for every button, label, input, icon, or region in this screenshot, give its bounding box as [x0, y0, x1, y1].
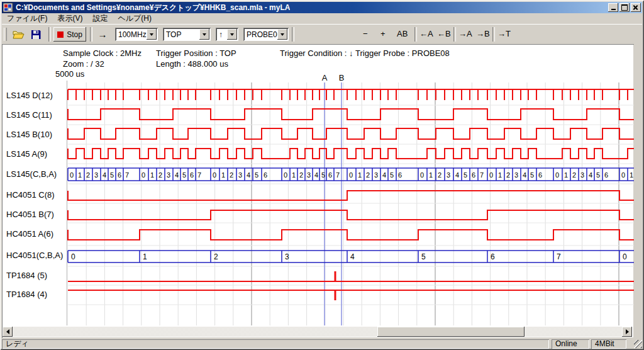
trigger-edge-value: ↑ [219, 30, 223, 39]
status-message: レディ [2, 339, 549, 349]
goto-trigger-button[interactable]: →T [497, 29, 511, 38]
app-icon [3, 3, 13, 13]
trigger-probe-info: Trigger Probe : PROBE08 [355, 48, 450, 58]
save-file-button[interactable] [28, 27, 43, 42]
waveform-panel [2, 44, 634, 338]
mylа-logic-analyzer-window: { "window": { "title": "C:¥Documents and… [0, 0, 644, 350]
menubar: ファイル(F) 表示(V) 設定 ヘルプ(H) [2, 13, 642, 24]
set-marker-b-button[interactable]: →B [476, 29, 490, 38]
arrow-right-icon [626, 329, 629, 334]
chevron-down-icon [280, 33, 284, 36]
toolbar-separator [48, 27, 51, 42]
close-button[interactable] [631, 3, 641, 12]
trigger-position-value: TOP [166, 30, 181, 39]
sample-rate-value: 100MHz [118, 30, 147, 39]
trigger-position-info: Trigger Position : TOP [156, 48, 236, 58]
titlebar[interactable]: C:¥Documents and Settings¥noname¥デスクトップ¥… [2, 2, 642, 13]
chevron-down-icon [150, 33, 153, 36]
ab-range-button[interactable]: AB [397, 29, 408, 38]
set-marker-a-button[interactable]: →A [458, 29, 472, 38]
minimize-icon [611, 9, 616, 10]
toolbar: Stop → 100MHz TOP ↑ PROBE00 − + AB ←A ←B… [2, 24, 642, 45]
trigger-position-dropdown-button[interactable] [199, 29, 209, 40]
trigger-position-combo[interactable]: TOP [163, 28, 211, 41]
window-title: C:¥Documents and Settings¥noname¥デスクトップ¥… [16, 3, 290, 13]
scroll-left-button[interactable] [3, 327, 13, 337]
toolbar-grip[interactable] [4, 28, 7, 41]
floppy-disk-icon [31, 30, 41, 40]
stop-icon [57, 31, 64, 38]
chevron-down-icon [230, 33, 234, 36]
run-button[interactable]: → [94, 27, 111, 42]
toolbar-separator [292, 27, 294, 42]
minimize-button[interactable] [608, 3, 618, 12]
sample-rate-combo[interactable]: 100MHz [115, 28, 158, 41]
open-folder-icon [13, 30, 25, 39]
run-arrow-icon: → [98, 29, 108, 40]
length-info: Length : 488.000 us [156, 59, 228, 69]
toolbar-separator [414, 27, 417, 42]
chevron-down-icon [203, 33, 206, 36]
trigger-condition-info: Trigger Condition : ↓ [280, 48, 353, 58]
maximize-icon [621, 4, 628, 11]
resize-grip[interactable] [634, 340, 642, 348]
stop-label: Stop [67, 30, 82, 39]
stop-button[interactable]: Stop [53, 27, 86, 42]
toolbar-separator [492, 27, 495, 42]
status-online: Online [552, 339, 589, 349]
scroll-right-button[interactable] [622, 327, 632, 337]
scrollbar-track[interactable] [13, 327, 622, 337]
menu-view[interactable]: 表示(V) [52, 13, 87, 25]
goto-marker-b-button[interactable]: ←B [437, 29, 451, 38]
menu-settings[interactable]: 設定 [87, 13, 113, 25]
open-file-button[interactable] [11, 27, 26, 42]
maximize-button[interactable] [619, 3, 630, 12]
statusbar: レディ Online 4MBit [2, 339, 642, 349]
trigger-probe-value: PROBE00 [247, 30, 281, 39]
menu-file[interactable]: ファイル(F) [2, 13, 52, 25]
menu-help[interactable]: ヘルプ(H) [113, 13, 157, 25]
zoom-in-button[interactable]: + [380, 29, 386, 38]
trigger-edge-combo[interactable]: ↑ [216, 28, 238, 41]
toolbar-separator [90, 27, 92, 42]
scrollbar-thumb[interactable] [377, 327, 525, 337]
trigger-probe-dropdown-button[interactable] [277, 29, 287, 40]
zoom-out-button[interactable]: − [363, 29, 368, 38]
sample-clock-info: Sample Clock : 2MHz [63, 48, 142, 58]
trigger-probe-combo[interactable]: PROBE00 [243, 28, 289, 41]
sample-rate-dropdown-button[interactable] [147, 29, 157, 40]
arrow-left-icon [6, 329, 9, 334]
trigger-edge-dropdown-button[interactable] [227, 29, 237, 40]
close-icon [633, 5, 638, 10]
status-memory: 4MBit [591, 339, 626, 349]
zoom-info: Zoom : / 32 [63, 59, 104, 69]
horizontal-scrollbar [3, 327, 632, 337]
toolbar-separator [453, 27, 456, 42]
goto-marker-a-button[interactable]: ←A [419, 29, 433, 38]
